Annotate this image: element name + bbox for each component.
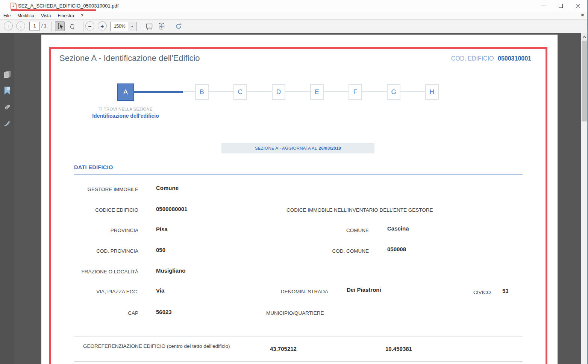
stepper-caption: TI TROVI NELLA SEZIONE xyxy=(69,107,182,111)
field-label: FRAZIONE O LOCALITÀ xyxy=(44,269,138,275)
cod-edificio-header: COD. EDIFICIO 0500310001 xyxy=(451,55,531,62)
menu-finestra[interactable]: Finestra xyxy=(55,12,77,19)
dati-edificio-rule xyxy=(74,174,523,174)
field-value: 050008 xyxy=(387,246,406,252)
dati-edificio-heading: DATI EDIFICIO xyxy=(74,164,113,170)
field-label: VIA, PIAZZA ECC. xyxy=(44,289,138,294)
title-bar: SEZ_A_SCHEDA_EDIFICIO_0500310001.pdf xyxy=(0,0,587,12)
field-value: Dei Piastroni xyxy=(347,287,381,293)
navigation-sidebar xyxy=(0,33,14,364)
field-value: 0500080001 xyxy=(156,206,187,212)
field-label: COD. COMUNE xyxy=(294,248,369,254)
step-f: F xyxy=(349,84,362,100)
field-value: 050 xyxy=(156,247,165,253)
step-h: H xyxy=(425,84,439,100)
window-title: SEZ_A_SCHEDA_EDIFICIO_0500310001.pdf xyxy=(18,3,118,9)
georef-latitude: 43.705212 xyxy=(270,346,297,352)
field-label: PROVINCIA xyxy=(44,228,138,233)
pdf-viewer-window: SEZ_A_SCHEDA_EDIFICIO_0500310001.pdf Fil… xyxy=(0,0,588,364)
field-label: CODICE IMMOBILE NELL'INVENTARIO DELL'ENT… xyxy=(286,207,433,213)
field-label: COMUNE xyxy=(294,228,369,233)
field-value: Musigliano xyxy=(156,267,185,274)
circular-arrow-icon xyxy=(175,23,182,30)
toolbar: ↑ ↓ 1 / 1 − + 150% ▼ xyxy=(0,19,587,33)
update-banner-date: 26/03/2019 xyxy=(319,146,341,150)
menu-bar: File Modifica Vista Finestra ? ✕ xyxy=(0,12,587,19)
scrollbar-thumb[interactable] xyxy=(582,41,587,121)
field-label: COD. PROVINCIA xyxy=(44,248,138,254)
divider xyxy=(74,337,523,337)
hand-icon xyxy=(69,23,76,30)
georef-label: GEOREFERENZIAZIONE EDIFICIO (centro del … xyxy=(83,343,230,349)
update-banner-text: SEZIONE A - AGGIORNATA AL xyxy=(255,146,317,150)
field-value: 56023 xyxy=(156,309,172,315)
red-underline-annotation xyxy=(11,9,96,11)
divider xyxy=(74,361,523,362)
step-b: B xyxy=(195,84,209,100)
field-label: CODICE EDIFICIO xyxy=(44,207,138,213)
signature-pen-icon xyxy=(3,120,11,128)
step-g: G xyxy=(387,84,400,100)
close-document-icon[interactable]: ✕ xyxy=(581,13,584,18)
close-button[interactable] xyxy=(569,0,586,11)
field-value: 53 xyxy=(502,288,509,294)
chevron-down-icon: ▼ xyxy=(131,25,133,28)
chevron-up-icon xyxy=(583,36,586,38)
page-number-input[interactable]: 1 xyxy=(29,22,40,30)
menu-file[interactable]: File xyxy=(0,12,14,19)
georef-longitude: 10.459381 xyxy=(385,346,412,352)
fit-width-button[interactable] xyxy=(144,21,154,31)
next-page-button[interactable]: ↓ xyxy=(16,21,25,30)
select-tool-button[interactable] xyxy=(55,21,65,31)
field-value: Cascina xyxy=(387,225,409,232)
menu-vista[interactable]: Vista xyxy=(38,12,54,19)
maximize-button[interactable] xyxy=(552,0,569,11)
pdf-page: Sezione A - Identificazione dell'Edifici… xyxy=(41,35,558,364)
field-label: DENOMIN. STRADA xyxy=(253,289,328,294)
paperclip-icon xyxy=(3,103,11,111)
step-a: A xyxy=(117,83,134,101)
arrow-up-icon: ↑ xyxy=(7,24,10,29)
hand-tool-button[interactable] xyxy=(67,21,77,31)
step-d: D xyxy=(272,84,285,100)
field-value: Via xyxy=(156,287,164,294)
vertical-scrollbar[interactable] xyxy=(581,33,587,364)
page-total-label: / 1 xyxy=(41,21,46,30)
refresh-view-button[interactable] xyxy=(174,21,183,31)
step-c: C xyxy=(233,84,247,100)
select-cursor-icon xyxy=(56,23,63,30)
menu-modifica[interactable]: Modifica xyxy=(14,12,38,19)
fit-page-button[interactable] xyxy=(157,21,167,31)
section-update-banner: SEZIONE A - AGGIORNATA AL 26/03/2019 xyxy=(221,143,374,153)
field-label: CIVICO xyxy=(473,290,491,295)
previous-page-button[interactable]: ↑ xyxy=(4,21,13,30)
scrollbar-up-button[interactable] xyxy=(581,33,587,40)
stepper-active-section: Identificazione dell'edificio xyxy=(69,113,182,119)
field-label: GESTORE IMMOBILE xyxy=(44,187,138,192)
bookmark-icon xyxy=(3,86,11,95)
zoom-dropdown-button[interactable]: ▼ xyxy=(128,22,136,31)
signature-button[interactable] xyxy=(3,119,12,128)
page-thumbnails-button[interactable] xyxy=(3,70,12,79)
step-e: E xyxy=(310,84,324,100)
fit-page-icon xyxy=(158,23,165,30)
cod-edificio-label: COD. EDIFICIO xyxy=(451,55,494,62)
attachments-button[interactable] xyxy=(3,103,12,112)
field-value: Pisa xyxy=(156,226,168,232)
field-label: CAP xyxy=(44,310,138,316)
arrow-down-icon: ↓ xyxy=(20,24,22,29)
fit-width-icon xyxy=(145,23,153,30)
plus-icon: + xyxy=(101,23,104,29)
zoom-out-button[interactable]: − xyxy=(85,21,94,30)
field-label: MUNICIPIO/QUARTIERE xyxy=(266,310,324,316)
bookmarks-button[interactable] xyxy=(3,86,12,95)
cod-edificio-value: 0500310001 xyxy=(498,55,531,62)
zoom-level-input[interactable]: 150% xyxy=(110,22,129,31)
minus-icon: − xyxy=(88,23,92,29)
page-thumbnails-icon xyxy=(3,70,11,79)
menu-help[interactable]: ? xyxy=(77,12,87,19)
zoom-in-button[interactable]: + xyxy=(98,21,107,30)
field-value: Comune xyxy=(156,185,179,191)
document-section-title: Sezione A - Identificazione dell'Edifici… xyxy=(59,53,200,63)
minimize-button[interactable] xyxy=(535,0,552,11)
